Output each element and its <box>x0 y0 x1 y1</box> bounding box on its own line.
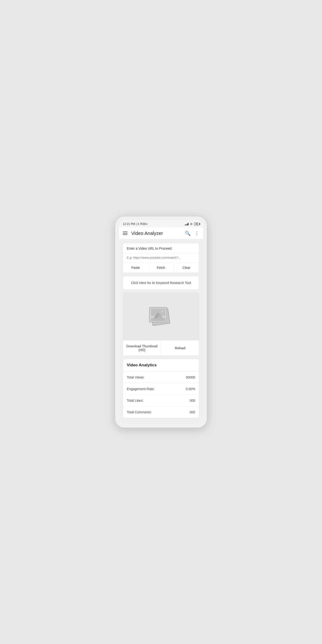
signal-icon <box>185 222 189 226</box>
views-value: 00000 <box>186 376 195 379</box>
app-bar: Video Analyzer 🔍 ⋮ <box>119 228 203 239</box>
search-icon[interactable]: 🔍 <box>185 230 191 236</box>
analytics-row-likes: Total Likes: 000 <box>123 395 199 406</box>
app-title: Video Analyzer <box>131 231 163 236</box>
photo-placeholder-svg <box>151 309 165 321</box>
keyword-tool-button[interactable]: Click Here for AI Keyword Research Tool <box>123 276 199 290</box>
views-label: Total Views: <box>127 376 144 379</box>
url-input[interactable] <box>123 253 199 262</box>
hamburger-menu-icon[interactable] <box>123 232 128 235</box>
analytics-card: Video Analytics Total Views: 00000 Engag… <box>123 359 199 418</box>
phone-screen: 12:21 PM | 3.7KB/s ⊜ 55 <box>119 220 203 424</box>
thumbnail-card: Download Thumbnail (HD) Reload <box>123 292 199 356</box>
battery-icon: 55 <box>194 222 199 226</box>
url-card: Enter a Video URL to Proceed: Paste Fetc… <box>123 243 199 273</box>
analytics-row-comments: Total Comments: 000 <box>123 406 199 418</box>
engagement-value: 0.00% <box>186 387 195 391</box>
comments-value: 000 <box>190 410 195 414</box>
reload-button[interactable]: Reload <box>161 340 199 356</box>
likes-value: 000 <box>190 399 195 402</box>
paste-button[interactable]: Paste <box>123 262 148 273</box>
thumbnail-buttons: Download Thumbnail (HD) Reload <box>123 340 199 356</box>
analytics-row-engagement: Engagement Rate: 0.00% <box>123 383 199 395</box>
fetch-button[interactable]: Fetch <box>148 262 174 273</box>
likes-label: Total Likes: <box>127 399 143 402</box>
analytics-title: Video Analytics <box>123 359 199 372</box>
url-buttons: Paste Fetch Clear <box>123 262 199 273</box>
status-time: 12:21 PM | 3.7KB/s <box>123 222 147 226</box>
comments-label: Total Comments: <box>127 410 152 414</box>
clear-button[interactable]: Clear <box>174 262 199 273</box>
wifi-icon: ⊜ <box>190 222 193 226</box>
phone-frame: 12:21 PM | 3.7KB/s ⊜ 55 <box>115 216 207 428</box>
svg-point-5 <box>161 310 164 312</box>
main-content: Enter a Video URL to Proceed: Paste Fetc… <box>119 239 203 424</box>
svg-rect-4 <box>151 318 165 321</box>
more-options-icon[interactable]: ⋮ <box>194 230 199 236</box>
thumbnail-placeholder-icon <box>149 307 173 326</box>
status-bar: 12:21 PM | 3.7KB/s ⊜ 55 <box>119 220 203 228</box>
engagement-label: Engagement Rate: <box>127 387 155 391</box>
status-icons: ⊜ 55 <box>185 222 199 226</box>
download-thumbnail-button[interactable]: Download Thumbnail (HD) <box>123 340 161 356</box>
thumbnail-area <box>123 293 199 340</box>
url-label: Enter a Video URL to Proceed: <box>123 243 199 253</box>
analytics-row-views: Total Views: 00000 <box>123 372 199 383</box>
